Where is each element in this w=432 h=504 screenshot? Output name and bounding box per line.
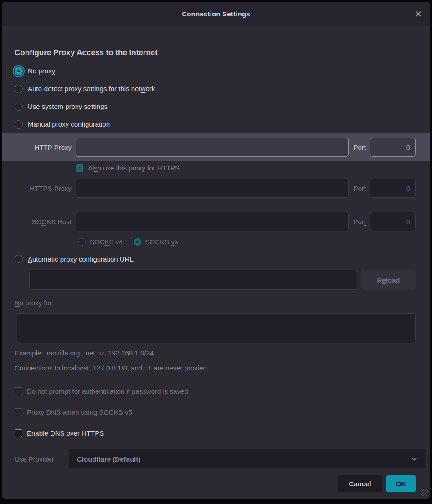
radio-label-auto-url: Automatic proxy configuration URL — [28, 255, 134, 263]
cancel-button[interactable]: Cancel — [338, 475, 382, 492]
radio-option-auto-url[interactable]: Automatic proxy configuration URL — [15, 252, 416, 265]
localhost-note-text: Connections to localhost, 127.0.0.1/8, a… — [15, 364, 416, 372]
socks-v5-label: SOCKS v5 — [145, 238, 179, 246]
radio-option-socks-v4[interactable]: SOCKS v4 — [78, 237, 123, 247]
auto-url-row: Reload — [29, 270, 416, 290]
radio-label-no-proxy: No proxy — [28, 67, 55, 75]
ok-button[interactable]: OK — [386, 475, 416, 492]
radio-label-use-system: Use system proxy settings — [28, 103, 108, 110]
socks-port-label: Port — [349, 218, 370, 226]
also-https-label: Also use this proxy for HTTPS — [88, 164, 180, 172]
provider-selected-value: Cloudflare (Default) — [77, 455, 140, 463]
use-provider-label: Use Provider — [2, 455, 68, 463]
http-port-input[interactable] — [370, 138, 416, 157]
radio-auto-detect[interactable] — [15, 85, 23, 93]
enable-doh-label: Enable DNS over HTTPS — [27, 429, 104, 437]
footer-spacer — [2, 492, 430, 499]
also-https-row[interactable]: ✓ Also use this proxy for HTTPS — [76, 161, 416, 174]
radio-option-no-proxy[interactable]: No proxy — [15, 62, 416, 80]
http-port-label: Port — [349, 144, 370, 151]
http-proxy-row-highlighted: HTTP Proxy Port — [2, 133, 430, 161]
no-prompt-auth-label: Do not prompt for authentication if pass… — [27, 387, 188, 395]
checkmark-icon: ✓ — [77, 165, 82, 171]
connection-settings-dialog: Connection Settings ✕ Configure Proxy Ac… — [2, 2, 430, 499]
radio-label-auto-detect: Auto-detect proxy settings for this netw… — [28, 85, 155, 93]
enable-doh-row[interactable]: Enable DNS over HTTPS — [15, 427, 416, 439]
socks-v4-label: SOCKS v4 — [90, 238, 123, 246]
socks-port-input[interactable] — [370, 212, 416, 231]
radio-option-socks-v5[interactable]: SOCKS v5 — [134, 237, 179, 247]
http-proxy-input[interactable] — [76, 138, 349, 157]
https-proxy-input[interactable] — [76, 179, 349, 198]
close-button[interactable]: ✕ — [414, 10, 422, 19]
close-icon: ✕ — [414, 9, 422, 19]
dialog-footer: Cancel OK — [2, 475, 430, 492]
socks-host-label: SOCKS Host — [15, 218, 76, 226]
checkbox-also-https[interactable]: ✓ — [76, 164, 83, 172]
chevron-down-icon — [411, 455, 418, 463]
no-proxy-for-label: No proxy for — [15, 299, 416, 309]
socks-host-row: SOCKS Host Port — [15, 212, 416, 231]
https-port-input[interactable] — [370, 179, 416, 198]
radio-use-system[interactable] — [15, 103, 23, 111]
radio-socks-v4[interactable] — [78, 238, 86, 246]
doh-provider-row: Use Provider Cloudflare (Default) — [2, 449, 430, 469]
radio-label-manual: Manual proxy configuration — [28, 120, 110, 128]
section-heading: Configure Proxy Access to the Internet — [15, 47, 416, 58]
reload-button[interactable]: Reload — [361, 270, 416, 290]
https-port-label: Port — [349, 185, 370, 192]
radio-auto-url[interactable] — [15, 255, 23, 263]
auto-url-input[interactable] — [29, 270, 357, 290]
no-proxy-for-textarea[interactable] — [17, 313, 416, 343]
no-prompt-auth-row[interactable]: Do not prompt for authentication if pass… — [15, 385, 416, 397]
provider-dropdown[interactable]: Cloudflare (Default) — [68, 449, 426, 469]
resize-grip[interactable] — [421, 489, 428, 496]
radio-option-use-system[interactable]: Use system proxy settings — [15, 98, 416, 115]
checkbox-enable-doh[interactable] — [15, 429, 22, 437]
no-proxy-example-text: Example: .mozilla.org, .net.nz, 192.168.… — [15, 349, 416, 357]
checkbox-proxy-dns[interactable] — [15, 408, 22, 416]
radio-option-manual[interactable]: Manual proxy configuration — [15, 115, 416, 133]
https-proxy-label: HTTPS Proxy — [15, 185, 76, 192]
http-proxy-label: HTTP Proxy — [15, 144, 76, 151]
radio-no-proxy[interactable] — [15, 67, 23, 75]
dialog-titlebar: Connection Settings ✕ — [2, 2, 430, 26]
proxy-dns-label: Proxy DNS when using SOCKS v5 — [27, 408, 132, 416]
socks-version-row: SOCKS v4 SOCKS v5 — [78, 237, 416, 247]
dialog-title: Connection Settings — [182, 10, 250, 18]
dialog-content: Configure Proxy Access to the Internet N… — [2, 26, 430, 442]
checkbox-no-prompt-auth[interactable] — [15, 387, 22, 395]
radio-socks-v5[interactable] — [134, 238, 141, 246]
https-proxy-row: HTTPS Proxy Port — [15, 179, 416, 198]
radio-option-auto-detect[interactable]: Auto-detect proxy settings for this netw… — [15, 80, 416, 98]
proxy-dns-row[interactable]: Proxy DNS when using SOCKS v5 — [15, 406, 416, 418]
radio-manual[interactable] — [15, 120, 23, 129]
socks-host-input[interactable] — [76, 212, 349, 231]
